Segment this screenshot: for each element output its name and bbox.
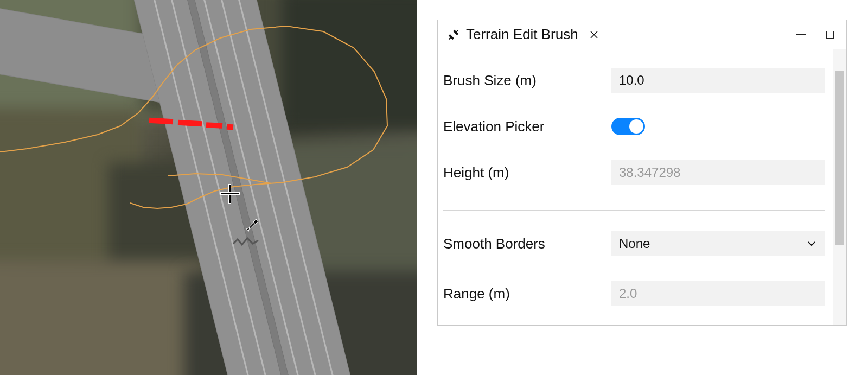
scrollbar-thumb[interactable] <box>835 71 844 245</box>
terrain-edit-brush-panel: Terrain Edit Brush Brush Size (m) <box>437 20 847 326</box>
terrain-texture <box>0 260 206 375</box>
stop-line <box>149 118 173 124</box>
panel-tab[interactable]: Terrain Edit Brush <box>438 20 610 49</box>
close-tab-button[interactable] <box>588 29 600 41</box>
height-input[interactable] <box>611 160 825 185</box>
eyedropper-icon <box>244 217 260 233</box>
terrain-wave-icon <box>233 236 259 247</box>
right-pane: Terrain Edit Brush Brush Size (m) <box>417 0 868 375</box>
stop-line <box>206 122 222 129</box>
window-controls <box>795 20 846 49</box>
row-smooth-borders: Smooth Borders None <box>443 231 825 256</box>
stop-line <box>227 124 234 130</box>
row-elevation-picker: Elevation Picker <box>443 118 825 135</box>
tools-icon <box>448 29 459 41</box>
panel-titlebar: Terrain Edit Brush <box>438 20 846 49</box>
panel-body: Brush Size (m) Elevation Picker <box>438 49 846 325</box>
row-height: Height (m) <box>443 160 825 185</box>
range-input[interactable] <box>611 281 825 306</box>
properties-list: Brush Size (m) Elevation Picker <box>438 49 833 325</box>
label-elevation-picker: Elevation Picker <box>443 118 611 135</box>
panel-title: Terrain Edit Brush <box>466 26 578 43</box>
row-range: Range (m) <box>443 281 825 306</box>
smooth-borders-value: None <box>619 236 650 251</box>
row-brush-size: Brush Size (m) <box>443 68 825 93</box>
chevron-down-icon <box>806 238 817 249</box>
maximize-button[interactable] <box>825 29 835 40</box>
label-smooth-borders: Smooth Borders <box>443 236 611 252</box>
minimize-button[interactable] <box>795 29 806 40</box>
label-height: Height (m) <box>443 164 611 181</box>
label-brush-size: Brush Size (m) <box>443 72 611 89</box>
elevation-picker-toggle[interactable] <box>611 118 645 135</box>
label-range: Range (m) <box>443 285 611 302</box>
smooth-borders-select[interactable]: None <box>611 231 825 256</box>
terrain-viewport[interactable] <box>0 0 417 375</box>
app-root: Terrain Edit Brush Brush Size (m) <box>0 0 868 375</box>
toggle-knob <box>629 119 643 134</box>
brush-size-input[interactable] <box>611 68 825 93</box>
terrain-texture <box>282 0 417 130</box>
section-divider <box>443 210 825 211</box>
scrollbar[interactable] <box>833 49 846 325</box>
